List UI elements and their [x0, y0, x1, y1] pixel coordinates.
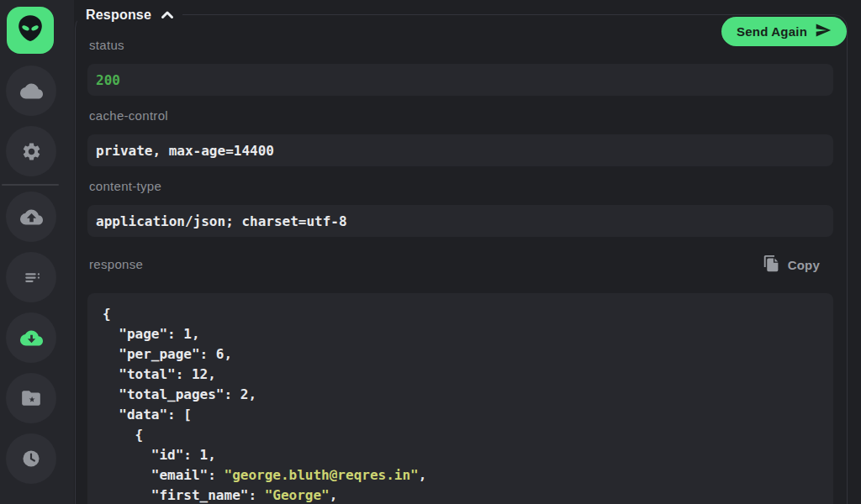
code-line: "data": [ [103, 405, 821, 425]
cloud-download-icon [20, 327, 43, 349]
cache-control-label: cache-control [89, 108, 833, 123]
sidebar-item-upload[interactable] [6, 192, 56, 242]
response-panel: Response Send Again status 200 cache-con… [75, 14, 848, 504]
content-type-value: application/json; charset=utf-8 [96, 213, 347, 229]
content-type-label: content-type [89, 179, 833, 194]
sidebar-item-settings[interactable] [6, 126, 56, 176]
code-line: { [103, 304, 821, 324]
chevron-up-icon[interactable] [161, 8, 174, 23]
code-line: "total_pages": 2, [103, 385, 821, 405]
status-value: 200 [96, 72, 120, 88]
sidebar-item-download[interactable] [6, 312, 56, 363]
sidebar-item-cloud[interactable] [6, 66, 56, 116]
sidebar [0, 0, 74, 504]
send-again-label: Send Again [737, 24, 807, 39]
folder-star-icon [20, 387, 42, 409]
cloud-icon [20, 80, 43, 102]
code-line: "id": 1, [103, 445, 821, 465]
gear-icon [21, 141, 42, 162]
send-icon [815, 22, 832, 41]
response-panel-header[interactable]: Response [77, 5, 182, 25]
panel-title: Response [86, 8, 151, 23]
list-icon [21, 267, 42, 288]
response-label: response [89, 257, 143, 272]
cache-control-value: private, max-age=14400 [96, 143, 274, 159]
sidebar-item-list[interactable] [6, 252, 56, 302]
code-line: "first_name": "George", [103, 486, 821, 504]
status-field: 200 [87, 64, 833, 96]
cache-control-field: private, max-age=14400 [87, 134, 833, 166]
clock-icon [20, 448, 42, 470]
sidebar-item-favorites[interactable] [6, 373, 56, 423]
response-body[interactable]: { "page": 1, "per_page": 6, "total": 12,… [87, 293, 833, 504]
code-line: "email": "george.bluth@reqres.in", [103, 465, 821, 486]
content-type-field: application/json; charset=utf-8 [87, 205, 833, 237]
code-line: "per_page": 6, [103, 344, 821, 365]
code-line: "total": 12, [103, 365, 821, 385]
code-line: "page": 1, [103, 324, 821, 344]
sidebar-item-history[interactable] [6, 433, 56, 484]
send-again-button[interactable]: Send Again [721, 17, 847, 46]
code-line: { [103, 425, 821, 445]
sidebar-divider [2, 184, 59, 186]
status-label: status [89, 38, 833, 53]
copy-icon [763, 255, 780, 275]
copy-button[interactable]: Copy [763, 255, 820, 275]
copy-label: Copy [788, 258, 820, 272]
cloud-upload-icon [20, 206, 43, 228]
app-logo[interactable] [7, 7, 54, 54]
alien-icon [15, 13, 45, 47]
